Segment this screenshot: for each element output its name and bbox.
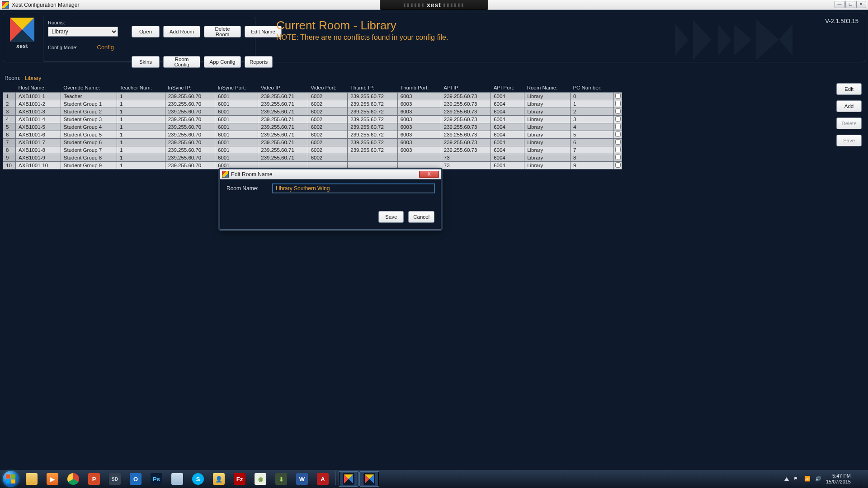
cell-insync_ip[interactable]: 239.255.60.70 (165, 116, 215, 123)
cell-api_ip[interactable]: 239.255.60.73 (441, 100, 491, 108)
task-sd[interactable]: SD (105, 471, 125, 487)
cell-idx[interactable]: 10 (3, 162, 16, 169)
cell-thumb_ip[interactable]: 239.255.60.72 (348, 108, 397, 116)
task-outlook[interactable]: O (126, 471, 146, 487)
cell-room[interactable]: Library (524, 123, 571, 131)
cell-api_ip[interactable]: 73 (441, 154, 491, 162)
cell-room[interactable]: Library (524, 100, 571, 108)
cell-insync_port[interactable]: 6001 (215, 162, 258, 169)
cell-pc[interactable]: 9 (570, 162, 613, 169)
task-android[interactable]: ◉ (250, 471, 270, 487)
task-filezilla[interactable]: Fz (230, 471, 250, 487)
table-row[interactable]: 6AXB1001-6Student Group 51239.255.60.706… (3, 131, 622, 139)
cell-host[interactable]: AXB1001-7 (16, 139, 61, 146)
cell-video_ip[interactable]: 239.255.60.71 (258, 131, 308, 139)
minimize-button[interactable]: — (835, 1, 844, 8)
cell-check[interactable] (614, 93, 622, 100)
cell-insync_port[interactable]: 6001 (215, 116, 258, 123)
row-checkbox[interactable] (615, 162, 621, 168)
col-teacher[interactable]: Teacher Num: (117, 83, 165, 93)
cell-check[interactable] (614, 139, 622, 146)
cell-override[interactable]: Student Group 2 (61, 108, 117, 116)
start-button[interactable] (3, 471, 19, 487)
cell-api_ip[interactable]: 239.255.60.73 (441, 116, 491, 123)
cell-pc[interactable]: 0 (570, 93, 613, 100)
cell-insync_port[interactable]: 6001 (215, 154, 258, 162)
cell-override[interactable]: Student Group 7 (61, 146, 117, 154)
cell-check[interactable] (614, 131, 622, 139)
cell-idx[interactable]: 6 (3, 131, 16, 139)
cell-video_port[interactable]: 6002 (308, 131, 348, 139)
col-insync-port[interactable]: InSync Port: (215, 83, 258, 93)
cell-room[interactable]: Library (524, 116, 571, 123)
maximize-button[interactable]: ▢ (845, 1, 855, 8)
cell-thumb_ip[interactable]: 239.255.60.72 (348, 100, 397, 108)
table-row[interactable]: 5AXB1001-5Student Group 41239.255.60.706… (3, 123, 622, 131)
cell-check[interactable] (614, 123, 622, 131)
cell-insync_port[interactable]: 6001 (215, 146, 258, 154)
row-checkbox[interactable] (615, 124, 621, 129)
cell-thumb_ip[interactable] (348, 162, 397, 169)
side-edit-button[interactable]: Edit (836, 83, 862, 95)
cell-thumb_port[interactable]: 6003 (397, 100, 441, 108)
cell-thumb_ip[interactable]: 239.255.60.72 (348, 131, 397, 139)
cell-insync_ip[interactable]: 239.255.60.70 (165, 146, 215, 154)
cell-thumb_port[interactable] (397, 162, 441, 169)
row-checkbox[interactable] (615, 101, 621, 106)
flag-icon[interactable]: ⚑ (793, 476, 800, 482)
add-room-button[interactable]: Add Room (163, 26, 200, 38)
col-api-ip[interactable]: API IP: (441, 83, 491, 93)
cell-idx[interactable]: 4 (3, 116, 16, 123)
cell-pc[interactable]: 6 (570, 139, 613, 146)
cell-thumb_ip[interactable]: 239.255.60.72 (348, 139, 397, 146)
open-button[interactable]: Open (132, 26, 160, 38)
cell-pc[interactable]: 1 (570, 100, 613, 108)
table-row[interactable]: 2AXB1001-2Student Group 11239.255.60.706… (3, 100, 622, 108)
cell-video_port[interactable]: 6002 (308, 123, 348, 131)
tray-clock[interactable]: 5:47 PM 15/07/2015 (826, 473, 851, 485)
cell-check[interactable] (614, 100, 622, 108)
skins-button[interactable]: Skins (132, 56, 160, 68)
room-name-input[interactable] (273, 184, 434, 193)
row-checkbox[interactable] (615, 131, 621, 137)
col-room[interactable]: Room Name: (524, 83, 571, 93)
row-checkbox[interactable] (615, 93, 621, 99)
cell-insync_ip[interactable]: 239.255.60.70 (165, 131, 215, 139)
task-chrome[interactable] (63, 471, 83, 487)
cell-thumb_ip[interactable]: 239.255.60.72 (348, 93, 397, 100)
cell-override[interactable]: Student Group 1 (61, 100, 117, 108)
cell-override[interactable]: Student Group 3 (61, 116, 117, 123)
task-powerpoint[interactable]: P (84, 471, 104, 487)
task-word[interactable]: W (292, 471, 312, 487)
cell-thumb_port[interactable]: 6003 (397, 139, 441, 146)
cell-insync_port[interactable]: 6001 (215, 139, 258, 146)
cell-thumb_port[interactable]: 6003 (397, 93, 441, 100)
cell-api_port[interactable]: 6004 (491, 116, 524, 123)
cell-teacher[interactable]: 1 (117, 123, 165, 131)
cell-host[interactable]: AXB1001-5 (16, 123, 61, 131)
task-explorer[interactable] (22, 471, 42, 487)
table-row[interactable]: 10AXB1001-10Student Group 91239.255.60.7… (3, 162, 622, 169)
cell-api_ip[interactable]: 239.255.60.73 (441, 108, 491, 116)
dialog-save-button[interactable]: Save (378, 211, 404, 223)
cell-teacher[interactable]: 1 (117, 154, 165, 162)
row-checkbox[interactable] (615, 155, 621, 160)
cell-video_ip[interactable]: 239.255.60.71 (258, 116, 308, 123)
reports-button[interactable]: Reports (245, 56, 273, 68)
cell-insync_port[interactable]: 6001 (215, 123, 258, 131)
dialog-cancel-button[interactable]: Cancel (408, 211, 434, 223)
row-checkbox[interactable] (615, 108, 621, 114)
task-photoshop[interactable]: Ps (146, 471, 166, 487)
hosts-table[interactable]: Host Name: Override Name: Teacher Num: I… (3, 83, 622, 169)
cell-video_port[interactable]: 6002 (308, 116, 348, 123)
cell-insync_port[interactable]: 6001 (215, 93, 258, 100)
cell-teacher[interactable]: 1 (117, 131, 165, 139)
dialog-close-button[interactable]: X (419, 171, 439, 178)
cell-host[interactable]: AXB1001-8 (16, 146, 61, 154)
cell-room[interactable]: Library (524, 139, 571, 146)
cell-host[interactable]: AXB1001-2 (16, 100, 61, 108)
cell-video_ip[interactable] (258, 162, 308, 169)
cell-api_port[interactable]: 6004 (491, 139, 524, 146)
cell-idx[interactable]: 9 (3, 154, 16, 162)
cell-check[interactable] (614, 154, 622, 162)
